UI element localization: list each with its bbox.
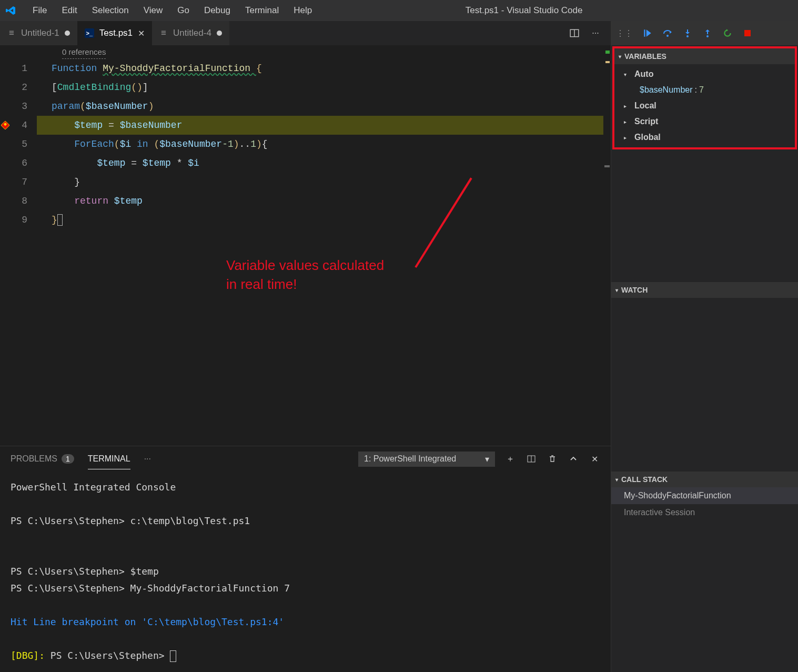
callstack-frame[interactable]: My-ShoddyFactorialFunction [611,487,798,504]
scope-auto[interactable]: ▾Auto [614,66,795,82]
debug-toolbar: ⋮⋮ [611,21,798,45]
split-editor-icon[interactable] [569,27,580,39]
terminal-line: PS C:\Users\Stephen> $temp [11,563,600,580]
terminal-line: PowerShell Integrated Console [11,479,600,496]
menu-go[interactable]: Go [171,3,196,18]
restart-icon[interactable] [722,28,733,38]
svg-point-7 [706,35,709,37]
new-terminal-icon[interactable]: ＋ [504,453,516,465]
svg-rect-8 [744,30,751,36]
file-icon: ≡ [159,29,168,37]
terminal-selector[interactable]: 1: PowerShell Integrated▾ [358,452,495,467]
dirty-indicator-icon [217,31,222,36]
menu-bar: File Edit Selection View Go Debug Termin… [26,3,318,18]
menu-debug[interactable]: Debug [198,3,237,18]
svg-rect-2 [644,29,645,37]
terminal-output[interactable]: PowerShell Integrated Console PS C:\User… [0,472,611,672]
tab-label: Test.ps1 [99,28,133,38]
menu-file[interactable]: File [26,3,53,18]
menu-view[interactable]: View [137,3,169,18]
close-icon[interactable]: ✕ [138,28,145,38]
tab-test-ps1[interactable]: >_ Test.ps1 ✕ [77,21,152,45]
chevron-down-icon: ▾ [485,454,489,464]
stop-icon[interactable] [742,28,753,38]
scope-script[interactable]: ▸Script [614,114,795,129]
overview-ruler[interactable] [603,45,611,446]
twistie-closed-icon: ▸ [624,119,630,125]
terminal-prompt[interactable]: [DBG]: PS C:\Users\Stephen> [11,647,600,664]
step-over-icon[interactable] [662,28,673,38]
window-title: Test.ps1 - Visual Studio Code [318,5,730,16]
menu-selection[interactable]: Selection [86,3,135,18]
tab-label: Untitled-1 [21,28,59,38]
variable-basenumber[interactable]: $baseNumber:7 [614,82,795,98]
section-variables[interactable]: ▾ VARIABLES [614,48,795,64]
kill-terminal-icon[interactable] [547,453,558,465]
dirty-indicator-icon [65,31,70,36]
section-watch[interactable]: ▾ WATCH [611,282,798,298]
twistie-open-icon: ▾ [615,287,618,293]
panel-tab-problems[interactable]: PROBLEMS 1 [11,449,74,469]
twistie-open-icon: ▾ [615,477,618,483]
annotation-text: Variable values calculated in real time! [226,256,384,294]
scope-local[interactable]: ▸Local [614,98,795,114]
continue-icon[interactable] [642,28,653,38]
title-bar: File Edit Selection View Go Debug Termin… [0,0,798,21]
file-icon: ≡ [7,29,16,37]
svg-point-3 [666,35,669,37]
twistie-open-icon: ▾ [624,72,630,77]
step-into-icon[interactable] [682,28,693,38]
callstack-frame[interactable]: Interactive Session [611,504,798,521]
drag-handle-icon[interactable]: ⋮⋮ [616,28,633,38]
twistie-open-icon: ▾ [619,54,621,59]
maximize-panel-icon[interactable] [568,453,579,465]
more-actions-icon[interactable]: ··· [590,27,601,39]
line-numbers: 1 2 3 4 5 6 7 8 9 [11,45,37,446]
terminal-cursor [170,650,176,662]
vscode-logo-icon [5,5,16,16]
breakpoint-current-icon[interactable] [1,121,10,130]
scope-global[interactable]: ▸Global [614,129,795,145]
debug-sidebar: ▾ VARIABLES ▾Auto $baseNumber:7 ▸Local ▸… [611,45,798,672]
twistie-closed-icon: ▸ [624,103,630,109]
step-out-icon[interactable] [702,28,713,38]
menu-terminal[interactable]: Terminal [239,3,285,18]
svg-point-5 [686,35,689,37]
breakpoint-gutter[interactable] [0,45,11,446]
text-cursor [57,214,63,226]
split-terminal-icon[interactable] [526,453,537,465]
terminal-line: PS C:\Users\Stephen> My-ShoddyFactorialF… [11,580,600,597]
problems-count-badge: 1 [62,454,74,464]
panel-tab-more[interactable]: ··· [144,449,151,469]
menu-help[interactable]: Help [287,3,318,18]
close-panel-icon[interactable]: ✕ [589,453,600,465]
terminal-line: Hit Line breakpoint on 'C:\temp\blog\Tes… [11,614,600,630]
powershell-icon: >_ [85,28,94,38]
tab-label: Untitled-4 [173,28,211,38]
bottom-panel: PROBLEMS 1 TERMINAL ··· 1: PowerShell In… [0,446,611,672]
twistie-closed-icon: ▸ [624,135,630,141]
code-editor[interactable]: 0 references 1 2 3 4 5 6 7 8 9 [0,45,611,446]
terminal-line: PS C:\Users\Stephen> c:\temp\blog\Test.p… [11,513,600,529]
tab-untitled-4[interactable]: ≡ Untitled-4 [152,21,229,45]
editor-tab-bar: ≡ Untitled-1 >_ Test.ps1 ✕ ≡ Untitled-4 … [0,21,611,45]
tab-untitled-1[interactable]: ≡ Untitled-1 [0,21,77,45]
code-content[interactable]: Function My-ShoddyFactorialFunction { [C… [37,45,603,446]
panel-tab-terminal[interactable]: TERMINAL [88,449,130,469]
section-callstack[interactable]: ▾ CALL STACK [611,472,798,487]
menu-edit[interactable]: Edit [55,3,83,18]
